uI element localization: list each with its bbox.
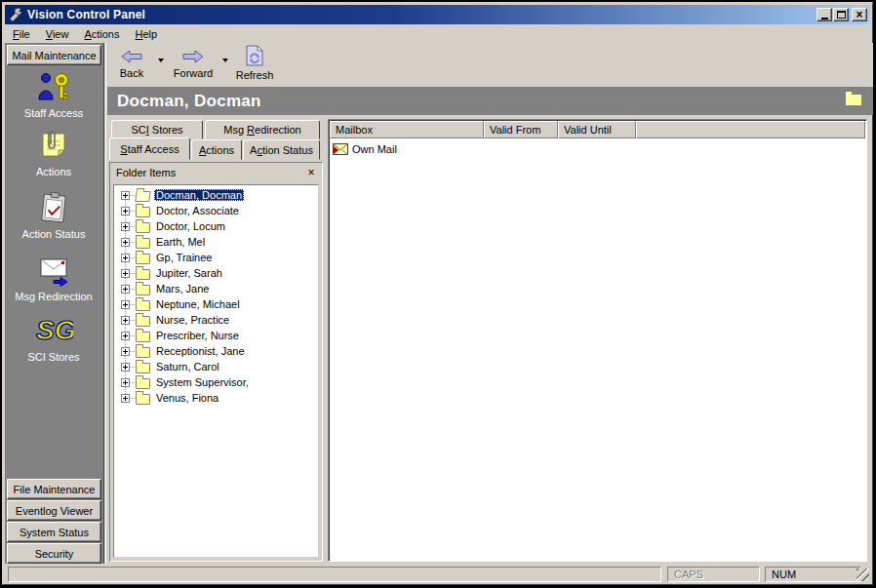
selected-item-title: Docman, Docman xyxy=(117,92,261,111)
tree-item-label[interactable]: Saturn, Carol xyxy=(154,361,221,372)
folder-icon xyxy=(136,207,150,217)
tree-item[interactable]: Gp, Trainee xyxy=(114,250,318,265)
minimize-icon xyxy=(821,18,828,20)
tree-item[interactable]: Jupiter, Sarah xyxy=(114,265,318,281)
sidebar-item-staff-access[interactable]: Staff Access xyxy=(5,68,102,119)
forward-label: Forward xyxy=(168,67,219,79)
tab-actions[interactable]: Actions xyxy=(191,139,242,160)
tree-item[interactable]: System Supervisor, xyxy=(114,374,318,390)
expand-plus-icon[interactable] xyxy=(121,378,130,387)
folder-icon xyxy=(136,254,150,264)
tab-staff-access[interactable]: Staff Access xyxy=(109,137,190,160)
sidebar-group-file-maintenance[interactable]: File Maintenance xyxy=(7,479,101,499)
expand-plus-icon[interactable] xyxy=(121,207,130,216)
tree-item[interactable]: Docman, Docman xyxy=(114,187,318,203)
expand-plus-icon[interactable] xyxy=(121,285,130,294)
menu-bar: File View Actions Help xyxy=(5,25,870,43)
header-folder-icon xyxy=(845,94,862,106)
title-bar[interactable]: Vision Control Panel × xyxy=(5,5,870,24)
close-panel-icon[interactable]: × xyxy=(304,166,318,179)
list-item[interactable]: Own Mail xyxy=(331,141,864,157)
folder-items-title: Folder Items xyxy=(116,167,304,178)
column-header-mailbox[interactable]: Mailbox xyxy=(330,121,484,138)
refresh-button[interactable]: Refresh xyxy=(232,45,277,81)
sidebar-group-security[interactable]: Security xyxy=(7,543,101,564)
expand-plus-icon[interactable] xyxy=(121,332,130,340)
tree-item-label[interactable]: Doctor, Locum xyxy=(154,220,227,232)
menu-help[interactable]: Help xyxy=(128,26,166,42)
folder-items-header: Folder Items × xyxy=(110,163,322,182)
expand-plus-icon[interactable] xyxy=(121,254,130,262)
minimize-button[interactable] xyxy=(816,8,832,21)
expand-plus-icon[interactable] xyxy=(121,347,130,356)
tree-item-label[interactable]: Earth, Mel xyxy=(154,236,207,248)
sidebar-group-eventlog-viewer[interactable]: Eventlog Viewer xyxy=(7,500,101,521)
tree-item-label[interactable]: Docman, Docman xyxy=(154,189,244,201)
tree-item[interactable]: Venus, Fiona xyxy=(114,390,318,406)
resize-grip[interactable] xyxy=(856,568,869,581)
tree-item-label[interactable]: Gp, Trainee xyxy=(154,252,214,263)
tree-item-label[interactable]: Prescriber, Nurse xyxy=(154,330,241,341)
tree-item-label[interactable]: Venus, Fiona xyxy=(154,392,220,404)
expand-plus-icon[interactable] xyxy=(121,191,130,200)
actions-icon xyxy=(37,129,70,162)
expand-plus-icon[interactable] xyxy=(121,222,130,231)
folder-icon xyxy=(136,394,150,405)
msg-redirection-icon xyxy=(37,254,70,287)
expand-plus-icon[interactable] xyxy=(121,316,130,325)
tab-msg-redirection[interactable]: Msg Redirection xyxy=(205,120,320,139)
tree-item[interactable]: Neptune, Michael xyxy=(114,296,318,312)
tree-item-label[interactable]: System Supervisor, xyxy=(154,376,251,388)
sidebar-group-mail-maintenance[interactable]: Mail Maintenance xyxy=(7,45,101,65)
sidebar-item-label: SCI Stores xyxy=(5,351,102,363)
tab-action-status[interactable]: Action Status xyxy=(243,139,320,160)
sidebar-item-msg-redirection[interactable]: Msg Redirection xyxy=(5,252,102,302)
back-button[interactable]: Back xyxy=(111,49,152,79)
tree-item[interactable]: Doctor, Locum xyxy=(114,218,318,234)
tree-item-label[interactable]: Nurse, Practice xyxy=(154,314,231,326)
close-button[interactable]: × xyxy=(852,8,867,21)
menu-file[interactable]: File xyxy=(5,26,38,42)
expand-plus-icon[interactable] xyxy=(121,269,130,278)
folder-icon xyxy=(136,238,150,249)
expand-plus-icon[interactable] xyxy=(121,300,130,309)
tree-item[interactable]: Saturn, Carol xyxy=(114,359,318,374)
maximize-button[interactable] xyxy=(833,8,849,21)
sidebar-group-system-status[interactable]: System Status xyxy=(7,522,101,542)
status-message xyxy=(8,567,661,582)
tree-item[interactable]: Nurse, Practice xyxy=(114,312,318,328)
tree-item[interactable]: Doctor, Associate xyxy=(114,203,318,218)
tree-item-label[interactable]: Jupiter, Sarah xyxy=(154,267,224,279)
menu-view[interactable]: View xyxy=(38,26,77,42)
tab-sci-stores[interactable]: SCI Stores xyxy=(111,120,203,139)
sidebar-item-label: Staff Access xyxy=(5,107,102,119)
toolbar: Back Forward Refresh xyxy=(107,43,873,87)
folder-tree: Docman, Docman Doctor, Associate Doctor,… xyxy=(113,184,319,558)
tree-item-label[interactable]: Neptune, Michael xyxy=(154,298,242,310)
tree-item-label[interactable]: Doctor, Associate xyxy=(154,205,241,216)
tree-item-label[interactable]: Mars, Jane xyxy=(154,283,211,294)
tree-item[interactable]: Receptionist, Jane xyxy=(114,343,318,359)
window-title: Vision Control Panel xyxy=(27,8,145,21)
back-arrow-icon xyxy=(120,49,143,64)
expand-plus-icon[interactable] xyxy=(121,238,130,247)
sidebar-item-actions[interactable]: Actions xyxy=(5,127,102,177)
sci-stores-icon: SG xyxy=(34,312,73,349)
expand-plus-icon[interactable] xyxy=(121,363,130,372)
tree-item[interactable]: Mars, Jane xyxy=(114,281,318,296)
sidebar-item-action-status[interactable]: Action Status xyxy=(5,189,102,240)
folder-icon xyxy=(136,363,150,373)
menu-actions[interactable]: Actions xyxy=(76,26,127,42)
forward-button[interactable]: Forward xyxy=(168,49,219,79)
expand-plus-icon[interactable] xyxy=(121,394,130,403)
tree-item[interactable]: Prescriber, Nurse xyxy=(114,328,318,343)
folder-icon xyxy=(136,332,150,342)
column-header-valid-from[interactable]: Valid From xyxy=(484,121,558,138)
back-dropdown-icon[interactable] xyxy=(158,59,164,62)
sidebar-item-sci-stores[interactable]: SG SCI Stores xyxy=(5,312,102,363)
tree-item[interactable]: Earth, Mel xyxy=(114,234,318,250)
tree-item-label[interactable]: Receptionist, Jane xyxy=(154,345,247,357)
forward-dropdown-icon[interactable] xyxy=(222,59,228,62)
column-header-empty[interactable] xyxy=(636,121,865,138)
column-header-valid-until[interactable]: Valid Until xyxy=(558,121,636,138)
